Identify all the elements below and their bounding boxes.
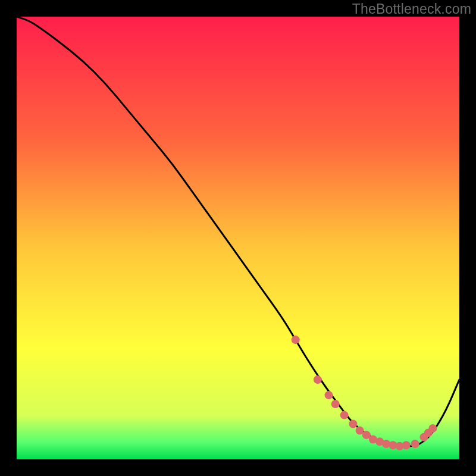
highlight-dot xyxy=(428,424,437,433)
highlight-dot xyxy=(325,391,333,399)
bottleneck-chart xyxy=(17,17,459,459)
chart-frame: TheBottleneck.com xyxy=(0,0,476,476)
highlight-dot xyxy=(340,411,349,419)
gradient-background xyxy=(17,17,459,459)
highlight-dot xyxy=(349,420,357,428)
highlight-dot xyxy=(331,400,340,408)
plot-area xyxy=(17,17,459,459)
watermark-text: TheBottleneck.com xyxy=(352,1,471,17)
highlight-dot xyxy=(411,440,419,448)
highlight-dot xyxy=(314,375,322,384)
highlight-dot xyxy=(402,441,411,449)
highlight-dot xyxy=(292,336,300,344)
